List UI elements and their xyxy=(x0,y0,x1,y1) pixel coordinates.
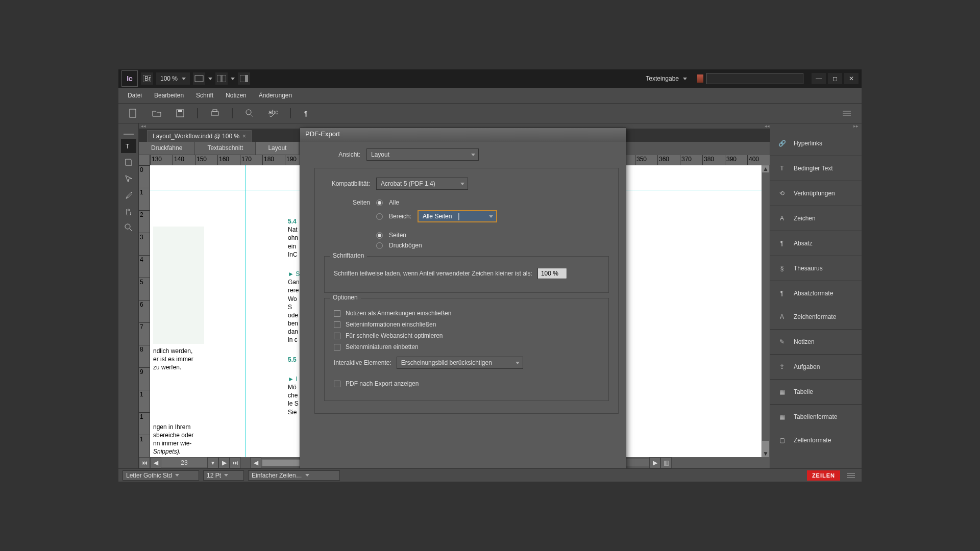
radio-range[interactable] xyxy=(376,213,383,220)
collapse-icon[interactable]: ▸▸ xyxy=(853,123,859,129)
options-legend: Optionen xyxy=(330,294,361,301)
panel-tabellenformate[interactable]: ▦Tabellenformate xyxy=(770,405,862,429)
note-tool-icon[interactable] xyxy=(121,155,136,169)
tablestyles-icon: ▦ xyxy=(776,411,788,422)
hscroll-right-icon[interactable]: ▶ xyxy=(649,457,660,468)
scroll-up-icon[interactable]: ▲ xyxy=(762,165,769,172)
panel-zeichenformate[interactable]: AZeichenformate xyxy=(770,305,862,329)
vertical-scrollbar[interactable]: ▲ ▼ xyxy=(762,165,770,457)
chk-open-after-label: PDF nach Export anzeigen xyxy=(346,380,419,387)
menu-bearbeiten[interactable]: Bearbeiten xyxy=(148,89,190,102)
scroll-thumb[interactable] xyxy=(762,441,769,451)
view-combo[interactable]: Layout xyxy=(366,148,479,161)
zoom-value: 100 % xyxy=(160,75,178,82)
panel-notizen[interactable]: ✎Notizen xyxy=(770,330,862,354)
panel-hyperlinks[interactable]: 🔗Hyperlinks xyxy=(770,129,862,155)
titlebar: Ic Br 100 % Texteingabe — ◻ ✕ xyxy=(118,69,862,88)
save-icon[interactable] xyxy=(174,107,187,120)
menu-icon[interactable] xyxy=(844,469,857,482)
tab-textabschnitt[interactable]: Textabschnitt xyxy=(195,142,256,155)
radio-spreads-label: Druckbögen xyxy=(389,242,422,249)
workspace-icon[interactable] xyxy=(238,72,250,85)
search-icon[interactable] xyxy=(243,107,256,120)
menu-datei[interactable]: Datei xyxy=(121,89,148,102)
prev-page-icon[interactable]: ◀ xyxy=(150,457,161,468)
first-page-icon[interactable]: ⏮ xyxy=(139,457,150,468)
chk-pageinfo[interactable] xyxy=(334,321,340,328)
collapse-icon[interactable] xyxy=(124,134,134,137)
panel-verknuepfungen[interactable]: ⟲Verknüpfungen xyxy=(770,182,862,205)
chk-notes[interactable] xyxy=(334,310,340,317)
chk-fastweb[interactable] xyxy=(334,333,340,339)
collapse-icon[interactable]: ◂◂ xyxy=(765,123,770,129)
maximize-button[interactable]: ◻ xyxy=(828,73,842,84)
radio-all[interactable] xyxy=(376,199,383,206)
tab-layout[interactable]: Layout xyxy=(256,142,299,155)
close-button[interactable]: ✕ xyxy=(844,73,859,84)
panel-absatzformate[interactable]: ¶Absatzformate xyxy=(770,282,862,305)
menu-schrift[interactable]: Schrift xyxy=(190,89,219,102)
screen-mode-icon[interactable] xyxy=(193,72,205,85)
pilcrow-icon[interactable]: ¶ xyxy=(301,107,314,120)
interactive-label: Interaktive Elemente: xyxy=(334,359,391,366)
print-icon[interactable] xyxy=(208,107,222,120)
bridge-icon[interactable]: Br xyxy=(141,72,153,85)
minimize-button[interactable]: — xyxy=(812,73,826,84)
caret-down-icon xyxy=(175,474,179,477)
scroll-down-icon[interactable]: ▼ xyxy=(762,450,769,457)
radio-all-label: Alle xyxy=(389,199,399,206)
panel-zeichen[interactable]: AZeichen xyxy=(770,207,862,230)
svg-text:T: T xyxy=(126,143,130,150)
close-tab-icon[interactable]: × xyxy=(242,133,246,140)
search-input[interactable] xyxy=(706,73,803,84)
interactive-combo[interactable]: Erscheinungsbild berücksichtigen xyxy=(397,357,523,369)
next-page-icon[interactable]: ▶ xyxy=(218,457,230,468)
panel-thesaurus[interactable]: §Thesaurus xyxy=(770,257,862,280)
hscroll-left-icon[interactable]: ◀ xyxy=(250,457,261,468)
last-page-icon[interactable]: ⏭ xyxy=(230,457,241,468)
menu-notizen[interactable]: Notizen xyxy=(219,89,253,102)
tab-druckfahne[interactable]: Druckfahne xyxy=(139,142,195,155)
svg-rect-3 xyxy=(217,75,221,82)
workspace-label: Texteingabe xyxy=(646,75,679,82)
chk-open-after[interactable] xyxy=(334,381,340,387)
menu-icon[interactable] xyxy=(840,107,853,120)
caret-down-icon xyxy=(208,78,212,80)
chk-pageinfo-label: Seiteninformationen einschließen xyxy=(346,321,436,328)
menu-aenderungen[interactable]: Änderungen xyxy=(253,89,298,102)
new-doc-icon[interactable] xyxy=(127,107,140,120)
style-combo[interactable]: Einfacher Zeilen… xyxy=(248,470,340,481)
left-toolbar: T xyxy=(118,123,139,468)
caret-down-icon xyxy=(231,78,235,80)
font-combo[interactable]: Letter Gothic Std xyxy=(122,470,199,481)
radio-spreads[interactable] xyxy=(376,242,383,249)
document-tab[interactable]: Layout_Workflow.indd @ 100 %× xyxy=(147,130,252,142)
type-tool-icon[interactable]: T xyxy=(121,139,136,153)
panel-tabelle[interactable]: ▦Tabelle xyxy=(770,380,862,404)
open-icon[interactable] xyxy=(150,107,163,120)
position-tool-icon[interactable] xyxy=(121,171,136,186)
range-combo[interactable]: Alle Seiten│ xyxy=(418,210,497,222)
panel-aufgaben[interactable]: ⇪Aufgaben xyxy=(770,355,862,379)
panel-zellenformate[interactable]: ▢Zellenformate xyxy=(770,429,862,452)
fonts-threshold-input[interactable]: 100 % xyxy=(537,268,567,279)
spellcheck-icon[interactable]: abc xyxy=(266,107,280,120)
assignments-icon: ⇪ xyxy=(776,361,788,372)
hand-tool-icon[interactable] xyxy=(121,204,136,218)
chk-thumbs[interactable] xyxy=(334,344,340,350)
eyedropper-tool-icon[interactable] xyxy=(121,188,136,202)
compat-combo[interactable]: Acrobat 5 (PDF 1.4) xyxy=(376,178,468,190)
svg-rect-9 xyxy=(178,110,182,112)
split-view-icon[interactable]: ▥ xyxy=(660,457,672,468)
radio-pages[interactable] xyxy=(376,232,383,239)
size-combo[interactable]: 12 Pt xyxy=(203,470,244,481)
collapse-icon[interactable]: ◂◂ xyxy=(141,123,146,129)
panel-absatz[interactable]: ¶Absatz xyxy=(770,232,862,255)
zoom-tool-icon[interactable] xyxy=(121,220,136,235)
arrange-icon[interactable] xyxy=(215,72,228,85)
zoom-combo[interactable]: 100 % xyxy=(156,72,190,85)
page-number-input[interactable]: 23 xyxy=(161,458,207,467)
workspace-switcher[interactable]: Texteingabe xyxy=(646,75,687,82)
page-caret-icon[interactable]: ▾ xyxy=(207,457,218,468)
panel-bedingter-text[interactable]: TBedingter Text xyxy=(770,157,862,180)
